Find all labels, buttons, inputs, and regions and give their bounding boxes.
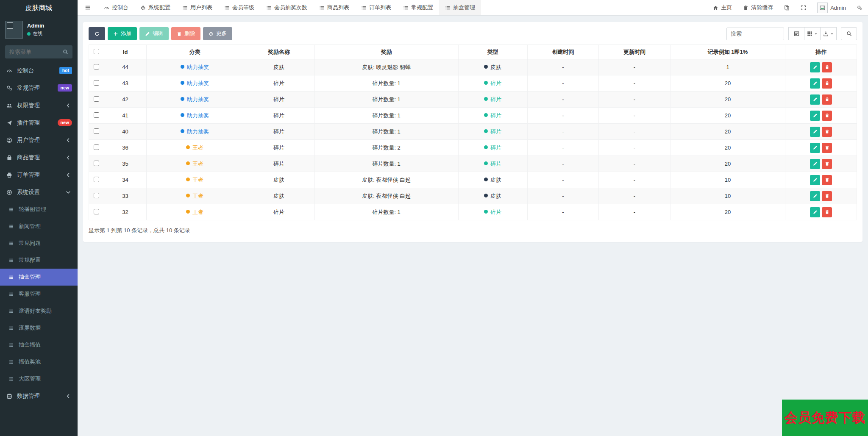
- nav-tab[interactable]: 会员抽奖次数: [260, 0, 313, 15]
- sidebar-item[interactable]: 插件管理new: [0, 114, 78, 131]
- row-edit-button[interactable]: [810, 78, 820, 89]
- search-icon[interactable]: [63, 49, 68, 55]
- category-link[interactable]: 助力抽奖: [181, 96, 209, 103]
- trash-icon: [825, 210, 829, 214]
- row-delete-button[interactable]: [822, 207, 832, 217]
- nav-tab[interactable]: 会员等级: [218, 0, 260, 15]
- row-delete-button[interactable]: [822, 62, 832, 72]
- sidebar-subitem[interactable]: 轮播图管理: [0, 201, 78, 218]
- sidebar-subitem[interactable]: 常规配置: [0, 252, 78, 269]
- settings-button[interactable]: [851, 0, 868, 15]
- user-menu[interactable]: Admin: [812, 0, 851, 15]
- trash-icon: [743, 5, 748, 11]
- search-submit-button[interactable]: [841, 27, 857, 40]
- sidebar-item[interactable]: 数据管理: [0, 387, 78, 405]
- row-delete-button[interactable]: [822, 94, 832, 105]
- row-checkbox[interactable]: [94, 161, 99, 166]
- row-checkbox[interactable]: [94, 128, 99, 134]
- category-link[interactable]: 助力抽奖: [181, 64, 209, 70]
- home-link[interactable]: 主页: [707, 0, 737, 15]
- category-link[interactable]: 王者: [186, 209, 203, 215]
- sidebar-subitem[interactable]: 新闻管理: [0, 218, 78, 235]
- category-link[interactable]: 王者: [186, 193, 203, 199]
- row-edit-button[interactable]: [810, 191, 820, 201]
- row-edit-button[interactable]: [810, 175, 820, 185]
- row-delete-button[interactable]: [822, 175, 832, 185]
- export-button[interactable]: [821, 27, 837, 40]
- row-checkbox[interactable]: [94, 80, 99, 86]
- gears-icon: [6, 85, 13, 91]
- edit-button[interactable]: 编辑: [139, 27, 169, 40]
- category-link[interactable]: 王者: [186, 161, 203, 167]
- sidebar-item[interactable]: 常规管理new: [0, 79, 78, 97]
- sidebar-item[interactable]: 控制台hot: [0, 62, 78, 79]
- category-link[interactable]: 助力抽奖: [181, 128, 209, 135]
- sidebar-item-label: 订单管理: [17, 171, 61, 179]
- row-delete-button[interactable]: [822, 159, 832, 169]
- category-link[interactable]: 助力抽奖: [181, 80, 209, 86]
- sidebar-subitem[interactable]: 滚屏数据: [0, 319, 78, 336]
- table-row: 34王者皮肤皮肤: 夜都怪侠 白起皮肤--10: [89, 172, 857, 188]
- sidebar-search-input[interactable]: [9, 49, 63, 55]
- sidebar-item[interactable]: 用户管理: [0, 131, 78, 149]
- row-checkbox[interactable]: [94, 193, 99, 198]
- row-checkbox[interactable]: [94, 144, 99, 150]
- refresh-button[interactable]: [89, 27, 105, 40]
- sidebar-subitem[interactable]: 抽盒管理: [0, 269, 78, 286]
- sidebar-item[interactable]: 权限管理: [0, 97, 78, 114]
- nav-tab[interactable]: 控制台: [98, 0, 134, 15]
- fullscreen-button[interactable]: [795, 0, 812, 15]
- row-checkbox[interactable]: [94, 177, 99, 182]
- sidebar-item[interactable]: 订单管理: [0, 166, 78, 183]
- category-link[interactable]: 王者: [186, 144, 203, 151]
- nav-tab[interactable]: 订单列表: [355, 0, 397, 15]
- category-link[interactable]: 助力抽奖: [181, 112, 209, 119]
- nav-tab[interactable]: 常规配置: [397, 0, 439, 15]
- row-edit-button[interactable]: [810, 111, 820, 121]
- row-checkbox[interactable]: [94, 96, 99, 102]
- row-checkbox[interactable]: [94, 112, 99, 118]
- sidebar-subitem[interactable]: 大区管理: [0, 370, 78, 387]
- sidebar-subitem[interactable]: 邀请好友奖励: [0, 303, 78, 319]
- detail-view-button[interactable]: [788, 27, 804, 40]
- sidebar-toggle-button[interactable]: [78, 0, 98, 15]
- more-button[interactable]: 更多: [203, 27, 232, 40]
- row-delete-button[interactable]: [822, 111, 832, 121]
- trash-icon: [825, 81, 829, 86]
- category-link[interactable]: 王者: [186, 177, 203, 183]
- sidebar-subitem[interactable]: 福值奖池: [0, 353, 78, 370]
- list-icon: [7, 224, 15, 229]
- row-edit-button[interactable]: [810, 159, 820, 169]
- clear-cache-link[interactable]: 清除缓存: [737, 0, 779, 15]
- row-edit-button[interactable]: [810, 94, 820, 105]
- row-delete-button[interactable]: [822, 78, 832, 89]
- nav-tab[interactable]: 抽盒管理: [439, 0, 481, 15]
- category-dot-icon: [181, 129, 184, 133]
- row-edit-button[interactable]: [810, 143, 820, 153]
- copy-button[interactable]: [779, 0, 795, 15]
- row-checkbox[interactable]: [94, 209, 99, 214]
- row-edit-button[interactable]: [810, 127, 820, 137]
- row-delete-button[interactable]: [822, 143, 832, 153]
- cell-id: 35: [104, 156, 147, 172]
- columns-button[interactable]: [804, 27, 821, 40]
- row-delete-button[interactable]: [822, 191, 832, 201]
- row-edit-button[interactable]: [810, 62, 820, 72]
- table-row: 43助力抽奖碎片碎片数量: 1碎片--20: [89, 75, 857, 92]
- sidebar-subitem[interactable]: 常见问题: [0, 235, 78, 252]
- sidebar-subitem[interactable]: 抽盒福值: [0, 336, 78, 353]
- sidebar-item[interactable]: 系统设置: [0, 183, 78, 201]
- table-search-input[interactable]: [726, 28, 784, 40]
- cell-category: 助力抽奖: [146, 75, 243, 92]
- sidebar-subitem[interactable]: 客服管理: [0, 286, 78, 303]
- delete-button[interactable]: 删除: [171, 27, 200, 40]
- row-edit-button[interactable]: [810, 207, 820, 217]
- nav-tab[interactable]: 商品列表: [313, 0, 355, 15]
- add-button[interactable]: 添加: [108, 27, 137, 40]
- row-delete-button[interactable]: [822, 127, 832, 137]
- select-all-checkbox[interactable]: [94, 49, 99, 54]
- nav-tab[interactable]: 系统配置: [134, 0, 176, 15]
- sidebar-item[interactable]: 商品管理: [0, 149, 78, 166]
- nav-tab[interactable]: 用户列表: [176, 0, 218, 15]
- row-checkbox[interactable]: [94, 64, 99, 69]
